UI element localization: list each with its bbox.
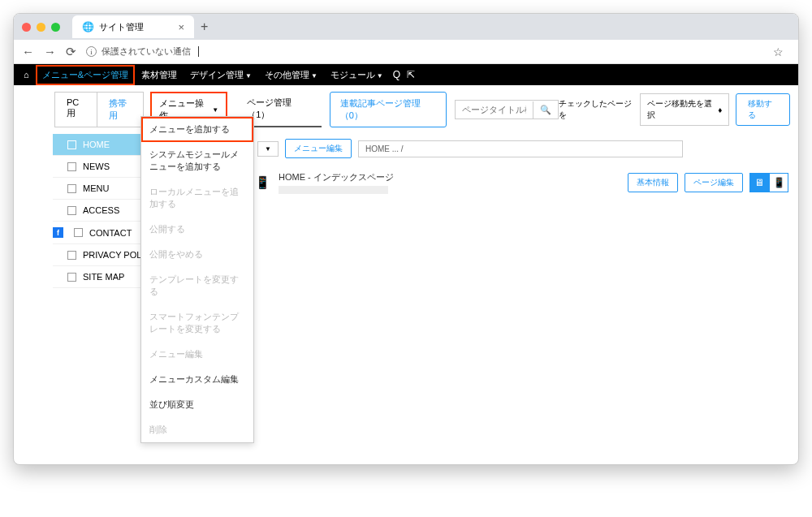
sidebar-item-label: CONTACT [89,228,132,238]
entry-text: HOME - インデックスページ [279,171,620,194]
menu-unpublish: 公開をやめる [141,242,253,267]
search-button[interactable]: 🔍 [533,101,558,118]
mobile-view-button[interactable]: 📱 [769,173,788,192]
content-area: ▼ メニュー編集 HOME ... / 🖥 📱 HOME - インデックスページ [225,134,798,265]
back-button[interactable]: ← [22,45,34,58]
menu-delete: 削除 [141,417,253,442]
move-dest-select[interactable]: ページ移動先を選択♦ [640,93,730,126]
forward-button[interactable]: → [44,45,56,58]
reload-button[interactable]: ⟳ [66,45,76,59]
menu-edit: メニュー編集 [141,342,253,367]
menu-add-local: ローカルメニューを追加する [141,179,253,217]
tab-title: サイト管理 [99,21,144,33]
minimize-window-icon[interactable] [37,23,45,32]
toolbar: PC用 携帯用 メニュー操作▼ ページ管理（1） 連載記事ページ管理（0） 🔍 … [14,85,798,134]
menu-change-sp-template: スマートフォンテンプレートを変更する [141,304,253,342]
basic-info-button[interactable]: 基本情報 [628,173,678,192]
search-icon[interactable]: Q [393,69,400,80]
page-title: HOME - インデックスページ [279,171,620,183]
checkbox[interactable] [67,206,76,215]
menu-add-system-module[interactable]: システムモジュールメニューを追加する [141,142,253,179]
app-body: HOME NEWS MENU ACCESS f [14,134,798,265]
view-tabs: PC用 携帯用 [54,92,144,127]
facebook-icon: f [53,227,63,238]
sidebar-item-label: SITE MAP [83,272,124,282]
close-window-icon[interactable] [22,23,31,32]
browser-tab[interactable]: 🌐 サイト管理 × [72,15,194,38]
bookmark-icon[interactable]: ☆ [773,45,784,58]
mobile-tab[interactable]: 携帯用 [97,93,144,127]
content-toolbar: ▼ メニュー編集 HOME ... / [225,134,798,163]
window-controls [22,23,60,32]
address-field[interactable]: i 保護されていない通信 [86,45,763,58]
external-link-icon[interactable]: ⇱ [407,69,415,80]
nav-right-icons: Q ⇱ [393,69,415,80]
address-bar: ← → ⟳ i 保護されていない通信 ☆ [14,40,798,64]
sidebar-item-label: NEWS [83,162,110,171]
nav-other[interactable]: その他管理▼ [258,65,324,85]
placeholder-bar [279,186,388,194]
menu-operations-menu: メニューを追加する システムモジュールメニューを追加する ローカルメニューを追加… [140,116,254,443]
browser-tab-bar: 🌐 サイト管理 × + [14,14,798,40]
menu-reorder[interactable]: 並び順変更 [141,392,253,417]
nav-design[interactable]: デザイン管理▼ [184,65,258,85]
breadcrumb: HOME ... / [358,140,683,157]
menu-publish: 公開する [141,217,253,242]
sidebar-item-label: ACCESS [83,205,119,215]
checkbox[interactable] [67,140,76,149]
nav-material[interactable]: 素材管理 [135,65,184,85]
cursor [198,46,199,57]
sidebar-item-label: HOME [83,140,110,149]
content-dropdown[interactable]: ▼ [257,141,279,157]
toolbar-right: チェックしたページを ページ移動先を選択♦ 移動する [559,93,790,126]
sidebar-item-label: MENU [83,183,109,193]
serial-mgmt-tab[interactable]: 連載記事ページ管理（0） [330,92,447,127]
app-top: PC用 携帯用 メニュー操作▼ ページ管理（1） 連載記事ページ管理（0） 🔍 … [14,85,798,288]
checkbox[interactable] [67,251,76,260]
address-text: 保護されていない通信 [102,45,191,58]
new-tab-button[interactable]: + [201,19,208,34]
checkbox[interactable] [67,162,76,171]
view-mode-buttons: 🖥 📱 [749,173,788,192]
pc-tab[interactable]: PC用 [55,93,97,127]
search-input[interactable] [456,101,533,118]
browser-window: 🌐 サイト管理 × + ← → ⟳ i 保護されていない通信 ☆ ⌂ メニュー&… [13,13,799,465]
nav-module[interactable]: モジュール▼ [324,65,390,85]
globe-icon: 🌐 [82,21,94,32]
menu-change-template: テンプレートを変更する [141,267,253,304]
home-icon[interactable]: ⌂ [17,70,36,80]
checkbox[interactable] [67,184,76,193]
menu-custom-edit[interactable]: メニューカスタム編集 [141,367,253,392]
menu-edit-button[interactable]: メニュー編集 [285,139,352,158]
move-button[interactable]: 移動する [736,93,790,126]
checkbox[interactable] [74,228,83,237]
close-tab-icon[interactable]: × [178,21,184,33]
mobile-icon: 📱 [255,175,270,190]
checkbox[interactable] [67,273,76,282]
desktop-view-button[interactable]: 🖥 [749,173,769,192]
checked-label: チェックしたページを [559,98,633,121]
nav-menu-page[interactable]: メニュー&ページ管理 [36,65,135,85]
app-nav: ⌂ メニュー&ページ管理 素材管理 デザイン管理▼ その他管理▼ モジュール▼ … [14,64,798,85]
search-box: 🔍 [455,100,559,119]
maximize-window-icon[interactable] [51,23,60,32]
menu-add-menu[interactable]: メニューを追加する [141,117,253,142]
entry-actions: 基本情報 ページ編集 🖥 📱 [628,173,788,192]
page-edit-button[interactable]: ページ編集 [685,173,743,192]
page-entry: 🖥 📱 HOME - インデックスページ 基本情報 ページ編集 🖥 📱 [225,163,798,202]
info-icon[interactable]: i [86,46,97,57]
